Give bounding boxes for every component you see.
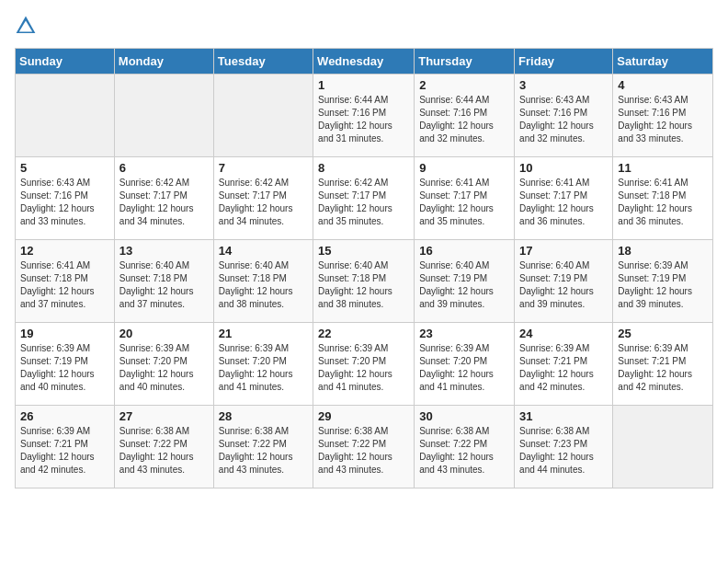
day-number: 14 bbox=[219, 244, 308, 258]
header-friday: Friday bbox=[515, 49, 613, 75]
header-thursday: Thursday bbox=[415, 49, 515, 75]
day-cell: 3Sunrise: 6:43 AM Sunset: 7:16 PM Daylig… bbox=[515, 75, 613, 157]
day-cell: 29Sunrise: 6:38 AM Sunset: 7:22 PM Dayli… bbox=[313, 406, 415, 488]
day-cell: 8Sunrise: 6:42 AM Sunset: 7:17 PM Daylig… bbox=[313, 157, 415, 240]
day-cell: 7Sunrise: 6:42 AM Sunset: 7:17 PM Daylig… bbox=[213, 157, 313, 240]
day-cell: 11Sunrise: 6:41 AM Sunset: 7:18 PM Dayli… bbox=[613, 157, 713, 240]
day-number: 7 bbox=[219, 161, 308, 175]
header-monday: Monday bbox=[114, 49, 213, 75]
logo-icon bbox=[15, 15, 37, 37]
day-info: Sunrise: 6:39 AM Sunset: 7:20 PM Dayligh… bbox=[219, 342, 308, 394]
day-info: Sunrise: 6:42 AM Sunset: 7:17 PM Dayligh… bbox=[219, 177, 308, 228]
day-number: 15 bbox=[318, 244, 409, 258]
day-cell bbox=[114, 75, 213, 157]
header-saturday: Saturday bbox=[613, 49, 713, 75]
day-cell: 13Sunrise: 6:40 AM Sunset: 7:18 PM Dayli… bbox=[114, 240, 213, 323]
day-cell: 26Sunrise: 6:39 AM Sunset: 7:21 PM Dayli… bbox=[16, 406, 115, 488]
day-number: 24 bbox=[519, 327, 608, 340]
header-sunday: Sunday bbox=[16, 49, 115, 75]
day-info: Sunrise: 6:38 AM Sunset: 7:22 PM Dayligh… bbox=[219, 425, 308, 477]
day-cell: 4Sunrise: 6:43 AM Sunset: 7:16 PM Daylig… bbox=[613, 75, 713, 157]
day-info: Sunrise: 6:38 AM Sunset: 7:23 PM Dayligh… bbox=[519, 425, 608, 477]
day-info: Sunrise: 6:44 AM Sunset: 7:16 PM Dayligh… bbox=[419, 94, 509, 145]
day-info: Sunrise: 6:40 AM Sunset: 7:18 PM Dayligh… bbox=[119, 259, 209, 311]
day-cell: 15Sunrise: 6:40 AM Sunset: 7:18 PM Dayli… bbox=[313, 240, 415, 323]
week-row-5: 26Sunrise: 6:39 AM Sunset: 7:21 PM Dayli… bbox=[16, 406, 713, 488]
day-number: 13 bbox=[119, 244, 209, 258]
day-info: Sunrise: 6:39 AM Sunset: 7:21 PM Dayligh… bbox=[519, 342, 608, 394]
day-cell: 16Sunrise: 6:40 AM Sunset: 7:19 PM Dayli… bbox=[415, 240, 515, 323]
day-cell: 10Sunrise: 6:41 AM Sunset: 7:17 PM Dayli… bbox=[515, 157, 613, 240]
day-cell: 28Sunrise: 6:38 AM Sunset: 7:22 PM Dayli… bbox=[213, 406, 313, 488]
day-info: Sunrise: 6:43 AM Sunset: 7:16 PM Dayligh… bbox=[20, 177, 109, 228]
day-number: 18 bbox=[618, 244, 708, 258]
day-cell: 30Sunrise: 6:38 AM Sunset: 7:22 PM Dayli… bbox=[415, 406, 515, 488]
day-cell: 20Sunrise: 6:39 AM Sunset: 7:20 PM Dayli… bbox=[114, 323, 213, 406]
day-number: 28 bbox=[219, 409, 308, 423]
day-cell: 27Sunrise: 6:38 AM Sunset: 7:22 PM Dayli… bbox=[114, 406, 213, 488]
day-cell bbox=[213, 75, 313, 157]
day-info: Sunrise: 6:39 AM Sunset: 7:21 PM Dayligh… bbox=[20, 425, 109, 477]
header-row: SundayMondayTuesdayWednesdayThursdayFrid… bbox=[16, 49, 713, 75]
day-number: 3 bbox=[519, 78, 608, 92]
day-info: Sunrise: 6:43 AM Sunset: 7:16 PM Dayligh… bbox=[519, 94, 608, 145]
header-wednesday: Wednesday bbox=[313, 49, 415, 75]
day-number: 19 bbox=[20, 327, 109, 340]
day-info: Sunrise: 6:39 AM Sunset: 7:20 PM Dayligh… bbox=[119, 342, 209, 394]
day-info: Sunrise: 6:38 AM Sunset: 7:22 PM Dayligh… bbox=[318, 425, 409, 477]
calendar-table: SundayMondayTuesdayWednesdayThursdayFrid… bbox=[15, 48, 713, 488]
day-cell: 19Sunrise: 6:39 AM Sunset: 7:19 PM Dayli… bbox=[16, 323, 115, 406]
day-number: 30 bbox=[419, 409, 509, 423]
day-cell: 2Sunrise: 6:44 AM Sunset: 7:16 PM Daylig… bbox=[415, 75, 515, 157]
day-info: Sunrise: 6:39 AM Sunset: 7:19 PM Dayligh… bbox=[618, 259, 708, 311]
day-number: 12 bbox=[20, 244, 109, 258]
day-cell: 9Sunrise: 6:41 AM Sunset: 7:17 PM Daylig… bbox=[415, 157, 515, 240]
day-cell: 6Sunrise: 6:42 AM Sunset: 7:17 PM Daylig… bbox=[114, 157, 213, 240]
day-info: Sunrise: 6:39 AM Sunset: 7:20 PM Dayligh… bbox=[318, 342, 409, 394]
day-number: 4 bbox=[618, 78, 708, 92]
day-cell: 1Sunrise: 6:44 AM Sunset: 7:16 PM Daylig… bbox=[313, 75, 415, 157]
day-cell: 14Sunrise: 6:40 AM Sunset: 7:18 PM Dayli… bbox=[213, 240, 313, 323]
day-info: Sunrise: 6:39 AM Sunset: 7:20 PM Dayligh… bbox=[419, 342, 509, 394]
day-info: Sunrise: 6:41 AM Sunset: 7:17 PM Dayligh… bbox=[419, 177, 509, 228]
day-number: 20 bbox=[119, 327, 209, 340]
day-number: 11 bbox=[618, 161, 708, 175]
day-number: 2 bbox=[419, 78, 509, 92]
day-cell: 25Sunrise: 6:39 AM Sunset: 7:21 PM Dayli… bbox=[613, 323, 713, 406]
day-info: Sunrise: 6:38 AM Sunset: 7:22 PM Dayligh… bbox=[119, 425, 209, 477]
day-info: Sunrise: 6:42 AM Sunset: 7:17 PM Dayligh… bbox=[318, 177, 409, 228]
week-row-3: 12Sunrise: 6:41 AM Sunset: 7:18 PM Dayli… bbox=[16, 240, 713, 323]
day-number: 16 bbox=[419, 244, 509, 258]
day-number: 9 bbox=[419, 161, 509, 175]
day-info: Sunrise: 6:40 AM Sunset: 7:19 PM Dayligh… bbox=[519, 259, 608, 311]
day-cell: 21Sunrise: 6:39 AM Sunset: 7:20 PM Dayli… bbox=[213, 323, 313, 406]
day-info: Sunrise: 6:40 AM Sunset: 7:19 PM Dayligh… bbox=[419, 259, 509, 311]
day-info: Sunrise: 6:39 AM Sunset: 7:21 PM Dayligh… bbox=[618, 342, 708, 394]
day-number: 26 bbox=[20, 409, 109, 423]
day-cell: 22Sunrise: 6:39 AM Sunset: 7:20 PM Dayli… bbox=[313, 323, 415, 406]
day-info: Sunrise: 6:40 AM Sunset: 7:18 PM Dayligh… bbox=[219, 259, 308, 311]
day-number: 1 bbox=[318, 78, 409, 92]
day-cell: 5Sunrise: 6:43 AM Sunset: 7:16 PM Daylig… bbox=[16, 157, 115, 240]
day-cell: 31Sunrise: 6:38 AM Sunset: 7:23 PM Dayli… bbox=[515, 406, 613, 488]
week-row-1: 1Sunrise: 6:44 AM Sunset: 7:16 PM Daylig… bbox=[16, 75, 713, 157]
day-cell bbox=[613, 406, 713, 488]
day-number: 27 bbox=[119, 409, 209, 423]
day-number: 6 bbox=[119, 161, 209, 175]
day-number: 8 bbox=[318, 161, 409, 175]
logo bbox=[15, 15, 40, 37]
day-number: 5 bbox=[20, 161, 109, 175]
day-number: 10 bbox=[519, 161, 608, 175]
day-cell: 18Sunrise: 6:39 AM Sunset: 7:19 PM Dayli… bbox=[613, 240, 713, 323]
day-cell: 24Sunrise: 6:39 AM Sunset: 7:21 PM Dayli… bbox=[515, 323, 613, 406]
week-row-4: 19Sunrise: 6:39 AM Sunset: 7:19 PM Dayli… bbox=[16, 323, 713, 406]
day-number: 31 bbox=[519, 409, 608, 423]
day-number: 29 bbox=[318, 409, 409, 423]
day-cell: 23Sunrise: 6:39 AM Sunset: 7:20 PM Dayli… bbox=[415, 323, 515, 406]
day-number: 23 bbox=[419, 327, 509, 340]
header-tuesday: Tuesday bbox=[213, 49, 313, 75]
day-info: Sunrise: 6:43 AM Sunset: 7:16 PM Dayligh… bbox=[618, 94, 708, 145]
day-info: Sunrise: 6:39 AM Sunset: 7:19 PM Dayligh… bbox=[20, 342, 109, 394]
day-number: 17 bbox=[519, 244, 608, 258]
day-cell: 17Sunrise: 6:40 AM Sunset: 7:19 PM Dayli… bbox=[515, 240, 613, 323]
